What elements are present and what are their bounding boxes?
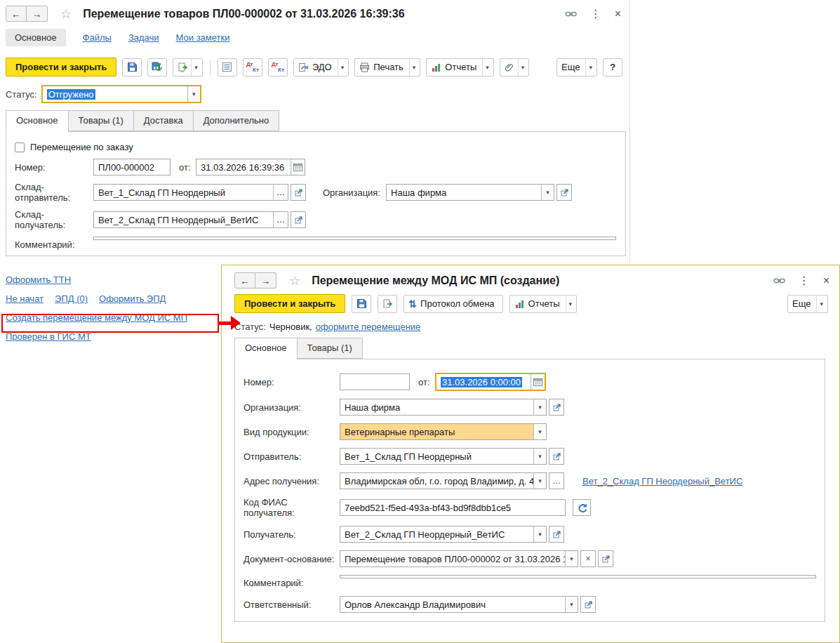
- help-button[interactable]: ?: [603, 58, 622, 77]
- nav-tab-main[interactable]: Основное: [6, 29, 66, 46]
- doc-tabs: Основное Товары (1) Доставка Дополнитель…: [6, 110, 629, 131]
- tab-goods[interactable]: Товары (1): [68, 110, 133, 131]
- exchange-protocol-button[interactable]: ⇅ Протокол обмена: [404, 295, 502, 313]
- movements-dr-cr-button[interactable]: Дт Кт: [243, 58, 262, 77]
- status-action-link[interactable]: оформите перемещение: [316, 322, 421, 332]
- basis-open-button[interactable]: [598, 550, 613, 567]
- close-icon[interactable]: ×: [823, 275, 829, 286]
- reports-dropdown[interactable]: ▾: [482, 59, 492, 76]
- receiver-field[interactable]: Вет_2_Склад ГП Неордерный_ВетИС ▾: [340, 526, 547, 543]
- date-field[interactable]: 31.03.2026 0:00:00: [435, 373, 546, 391]
- warehouse-to-open-button[interactable]: [291, 211, 306, 228]
- attached-files-button[interactable]: ▾: [500, 58, 530, 77]
- product-type-field[interactable]: Ветеринарные препараты ▾: [340, 423, 547, 440]
- date-field[interactable]: 31.03.2026 16:39:36: [196, 159, 305, 175]
- responsible-open-button[interactable]: [580, 596, 596, 613]
- product-type-dropdown-button[interactable]: ▾: [533, 424, 546, 439]
- print-button[interactable]: Печать ▾: [354, 58, 420, 77]
- status-dropdown-button[interactable]: ▾: [187, 86, 200, 102]
- organization-field[interactable]: Наша фирма ▾: [386, 184, 554, 201]
- post-and-close-button[interactable]: Провести и закрыть: [234, 294, 345, 313]
- receiver-dropdown-button[interactable]: ▾: [533, 526, 546, 542]
- order-checkbox[interactable]: [15, 142, 25, 152]
- warehouse-to-choose-button[interactable]: …: [273, 212, 288, 227]
- kebab-menu-icon[interactable]: ⋮: [799, 275, 810, 286]
- create-based-on-button[interactable]: ▾: [173, 58, 203, 77]
- save-button[interactable]: [122, 58, 142, 77]
- reports-dropdown[interactable]: ▾: [566, 296, 575, 312]
- sender-open-button[interactable]: [549, 448, 564, 465]
- post-button[interactable]: [378, 295, 397, 313]
- address-dropdown-button[interactable]: ▾: [533, 473, 546, 489]
- link-gis-mt[interactable]: Проверен в ГИС МТ: [6, 331, 91, 342]
- forward-button[interactable]: →: [255, 272, 276, 289]
- register-records-button[interactable]: [218, 58, 237, 77]
- calendar-button[interactable]: [531, 374, 545, 390]
- more-dropdown[interactable]: ▾: [585, 59, 595, 76]
- nav-tab-notes[interactable]: Мои заметки: [176, 32, 230, 43]
- get-link-icon[interactable]: [565, 11, 577, 18]
- organization-open-button[interactable]: [549, 399, 564, 416]
- get-link-icon[interactable]: [773, 277, 785, 284]
- tab-main[interactable]: Основное: [234, 338, 297, 359]
- address-warehouse-link[interactable]: Вет_2_Склад ГП Неордерный_ВетИС: [582, 476, 742, 486]
- back-button[interactable]: ←: [234, 272, 255, 289]
- comment-field[interactable]: [340, 575, 816, 578]
- create-based-on-dropdown[interactable]: ▾: [191, 59, 201, 76]
- nav-tab-tasks[interactable]: Задачи: [128, 32, 159, 43]
- save-button[interactable]: [352, 295, 371, 313]
- organization-open-button[interactable]: [556, 184, 572, 201]
- save-and-post-button[interactable]: [147, 58, 167, 77]
- more-button[interactable]: Еще ▾: [787, 295, 828, 313]
- warehouse-to-field[interactable]: Вет_2_Склад ГП Неордерный_ВетИС …: [93, 211, 288, 228]
- favorite-star-icon[interactable]: ☆: [289, 274, 300, 287]
- receiver-open-button[interactable]: [549, 526, 564, 543]
- edo-dropdown[interactable]: ▾: [338, 59, 347, 76]
- address-field[interactable]: Владимирская обл, г.о. город Владимир, д…: [340, 472, 547, 489]
- forward-button[interactable]: →: [27, 6, 48, 22]
- link-epd[interactable]: ЭПД (0): [55, 293, 88, 304]
- link-make-ttn[interactable]: Оформить ТТН: [6, 274, 71, 285]
- comment-field[interactable]: [93, 237, 616, 240]
- tab-main[interactable]: Основное: [6, 110, 68, 132]
- organization-field[interactable]: Наша фирма ▾: [340, 399, 547, 416]
- tab-goods[interactable]: Товары (1): [297, 338, 363, 359]
- basis-field[interactable]: Перемещение товаров ПЛ00-000002 от 31.03…: [340, 550, 578, 567]
- more-dropdown[interactable]: ▾: [816, 296, 826, 312]
- number-field[interactable]: ПЛ00-000002: [93, 159, 171, 175]
- nav-tab-files[interactable]: Файлы: [83, 32, 112, 43]
- status-field[interactable]: Отгружено ▾: [41, 85, 201, 103]
- responsible-field[interactable]: Орлов Александр Владимирович ▾: [340, 596, 578, 613]
- post-and-close-button[interactable]: Провести и закрыть: [6, 58, 116, 77]
- link-epd-status[interactable]: Не начат: [6, 293, 44, 304]
- organization-dropdown-button[interactable]: ▾: [533, 399, 546, 415]
- responsible-dropdown-button[interactable]: ▾: [565, 597, 578, 612]
- more-button[interactable]: Еще ▾: [556, 58, 597, 77]
- tab-additional[interactable]: Дополнительно: [193, 110, 280, 131]
- movements-dt-kt-button[interactable]: Дт Кт: [268, 58, 288, 77]
- sender-dropdown-button[interactable]: ▾: [533, 449, 546, 464]
- organization-dropdown-button[interactable]: ▾: [541, 185, 554, 200]
- print-dropdown[interactable]: ▾: [409, 59, 419, 76]
- reports-button[interactable]: Отчеты ▾: [509, 295, 577, 313]
- fias-field[interactable]: 7eebd521-f5ed-493a-bf43-bd9f8dbb1ce5: [340, 499, 566, 516]
- tab-delivery[interactable]: Доставка: [133, 110, 193, 131]
- warehouse-from-open-button[interactable]: [291, 184, 306, 201]
- address-choose-button[interactable]: …: [549, 472, 564, 489]
- kebab-menu-icon[interactable]: ⋮: [590, 8, 601, 20]
- warehouse-from-choose-button[interactable]: …: [273, 185, 288, 200]
- fias-update-button[interactable]: [573, 499, 591, 516]
- warehouse-from-field[interactable]: Вет_1_Склад ГП Неордерный …: [93, 184, 288, 201]
- link-make-epd[interactable]: Оформить ЭПД: [99, 293, 166, 304]
- calendar-button[interactable]: [291, 159, 305, 175]
- close-icon[interactable]: ×: [615, 8, 621, 20]
- sender-field[interactable]: Вет_1_Склад ГП Неордерный ▾: [340, 448, 547, 465]
- basis-clear-button[interactable]: ×: [580, 550, 596, 567]
- basis-dropdown-button[interactable]: ▾: [565, 551, 578, 566]
- edo-button[interactable]: ЭДО ▾: [293, 58, 349, 77]
- number-field[interactable]: [340, 373, 410, 390]
- reports-button[interactable]: Отчеты ▾: [426, 58, 493, 77]
- attached-files-dropdown[interactable]: ▾: [518, 59, 528, 76]
- back-button[interactable]: ←: [6, 6, 27, 22]
- favorite-star-icon[interactable]: ☆: [60, 8, 72, 20]
